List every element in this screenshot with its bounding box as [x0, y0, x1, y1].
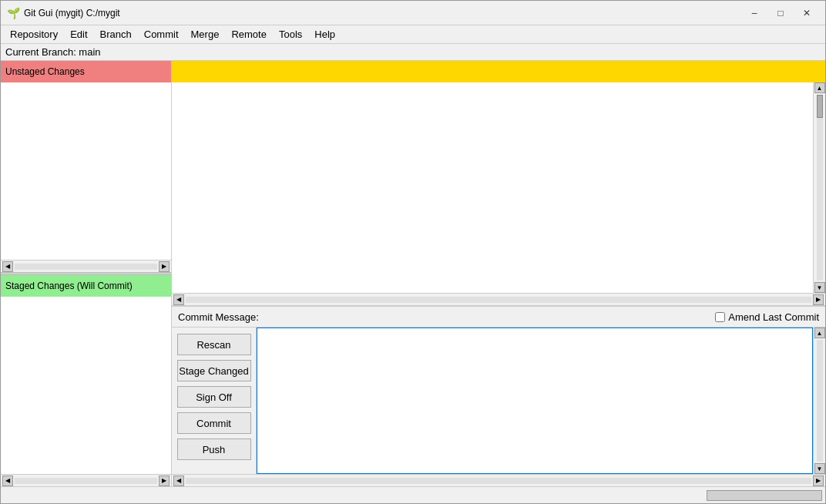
commit-body: Rescan Stage Changed Sign Off Commit Pus…	[172, 328, 825, 474]
stage-changed-button[interactable]: Stage Changed	[177, 360, 251, 381]
menu-tools[interactable]: Tools	[273, 27, 308, 42]
diff-scroll-down[interactable]: ▼	[814, 282, 825, 293]
diff-hscroll-left[interactable]: ◀	[173, 294, 184, 305]
amend-checkbox[interactable]	[715, 312, 725, 322]
commit-area: Commit Message: Amend Last Commit Rescan…	[172, 306, 825, 486]
staged-hscroll: ◀ ▶	[1, 474, 171, 486]
commit-msg-scroll-track[interactable]	[817, 340, 823, 462]
unstaged-header: Unstaged Changes	[1, 61, 171, 82]
left-panel: Unstaged Changes ◀ ▶ Staged Changes (Wil…	[1, 61, 172, 486]
staged-scroll-right[interactable]: ▶	[159, 475, 170, 486]
staged-label: Staged Changes (Will Commit)	[5, 281, 133, 291]
menu-help[interactable]: Help	[308, 27, 341, 42]
unstaged-scroll-track[interactable]	[15, 264, 157, 270]
commit-msg-scroll-down[interactable]: ▼	[814, 463, 825, 474]
push-button[interactable]: Push	[177, 438, 251, 460]
rescan-button[interactable]: Rescan	[177, 334, 251, 355]
titlebar-title: Git Gui (mygit) C:/mygit	[24, 8, 742, 18]
diff-hscroll: ◀ ▶	[172, 293, 825, 305]
unstaged-label: Unstaged Changes	[5, 66, 85, 77]
commit-hscroll-track[interactable]	[186, 478, 811, 484]
staged-scroll-track[interactable]	[15, 478, 157, 484]
commit-msg-area: ▲ ▼	[257, 328, 825, 474]
unstaged-list[interactable]	[1, 82, 171, 260]
amend-label: Amend Last Commit	[728, 311, 819, 323]
diff-header	[172, 61, 825, 82]
menu-edit[interactable]: Edit	[64, 27, 93, 42]
branch-bar: Current Branch: main	[1, 44, 825, 61]
unstaged-scroll-left[interactable]: ◀	[2, 261, 13, 272]
commit-hscroll-left[interactable]: ◀	[173, 475, 184, 486]
diff-scroll-up[interactable]: ▲	[814, 82, 825, 93]
maximize-button[interactable]: □	[768, 4, 793, 22]
commit-message-input[interactable]	[257, 328, 813, 474]
commit-hscroll: ◀ ▶	[172, 474, 825, 486]
current-branch-label: Current Branch: main	[5, 46, 101, 58]
staged-scroll-left[interactable]: ◀	[2, 475, 13, 486]
amend-checkbox-area: Amend Last Commit	[715, 311, 819, 323]
staged-section: Staged Changes (Will Commit) ◀ ▶	[1, 275, 171, 486]
unstaged-hscroll: ◀ ▶	[1, 260, 171, 272]
statusbar	[1, 486, 825, 503]
diff-hscroll-right[interactable]: ▶	[813, 294, 824, 305]
commit-buttons: Rescan Stage Changed Sign Off Commit Pus…	[172, 328, 257, 474]
statusbar-progress	[707, 490, 822, 501]
right-panel: ▲ ▼ ◀ ▶ Commit Message:	[172, 61, 825, 486]
diff-content[interactable]	[172, 82, 813, 293]
diff-area: ▲ ▼ ◀ ▶	[172, 61, 825, 306]
app-icon: 🌱	[7, 7, 19, 19]
commit-button[interactable]: Commit	[177, 412, 251, 434]
titlebar: 🌱 Git Gui (mygit) C:/mygit – □ ✕	[1, 1, 825, 25]
diff-vscroll: ▲ ▼	[813, 82, 825, 293]
sign-off-button[interactable]: Sign Off	[177, 386, 251, 408]
diff-hscroll-track[interactable]	[186, 297, 811, 303]
diff-scroll-thumb[interactable]	[817, 95, 823, 118]
staged-header: Staged Changes (Will Commit)	[1, 275, 171, 297]
menu-repository[interactable]: Repository	[4, 27, 64, 42]
main-window: 🌱 Git Gui (mygit) C:/mygit – □ ✕ Reposit…	[0, 0, 826, 504]
commit-msg-scroll-up[interactable]: ▲	[814, 328, 825, 338]
diff-scroll-track[interactable]	[817, 95, 823, 281]
commit-message-label: Commit Message:	[178, 311, 259, 323]
main-content: Unstaged Changes ◀ ▶ Staged Changes (Wil…	[1, 61, 825, 486]
diff-content-wrap: ▲ ▼	[172, 82, 825, 293]
commit-header: Commit Message: Amend Last Commit	[172, 306, 825, 328]
menu-remote[interactable]: Remote	[225, 27, 273, 42]
unstaged-scroll-right[interactable]: ▶	[159, 261, 170, 272]
titlebar-controls: – □ ✕	[742, 4, 819, 22]
staged-list[interactable]	[1, 297, 171, 474]
menu-merge[interactable]: Merge	[185, 27, 226, 42]
menu-branch[interactable]: Branch	[94, 27, 138, 42]
unstaged-section: Unstaged Changes ◀ ▶	[1, 61, 171, 272]
commit-msg-vscroll: ▲ ▼	[813, 328, 825, 474]
staged-list-container: ◀ ▶	[1, 297, 171, 486]
close-button[interactable]: ✕	[794, 4, 819, 22]
menubar: Repository Edit Branch Commit Merge Remo…	[1, 25, 825, 44]
unstaged-list-container: ◀ ▶	[1, 82, 171, 272]
commit-hscroll-right[interactable]: ▶	[813, 475, 824, 486]
minimize-button[interactable]: –	[742, 4, 767, 22]
menu-commit[interactable]: Commit	[138, 27, 185, 42]
